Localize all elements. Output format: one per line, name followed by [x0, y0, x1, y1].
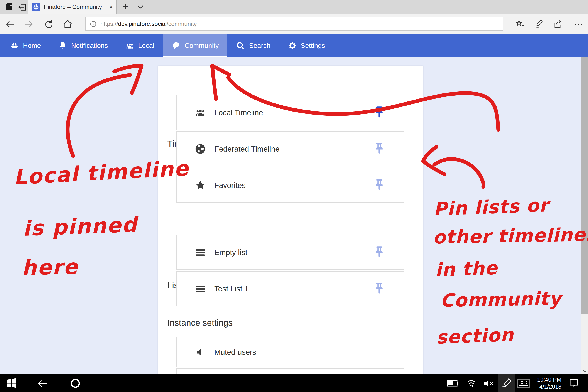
row-federated-timeline[interactable]: Federated Timeline [176, 131, 404, 166]
muted-speaker-icon [195, 346, 206, 358]
url-text: https://dev.pinafore.social/community [100, 21, 197, 28]
cortana-icon[interactable] [69, 377, 82, 390]
home-icon[interactable] [63, 19, 73, 29]
nav-label: Local [138, 42, 154, 50]
nav-item-home[interactable]: Home [1, 34, 50, 58]
row-label: Muted users [214, 348, 256, 356]
row-label: Test List 1 [214, 284, 249, 293]
url-scheme: https:// [100, 21, 118, 27]
pin-icon[interactable] [374, 282, 385, 295]
taskbar-back-icon[interactable] [37, 378, 48, 388]
sailboat-icon [10, 42, 19, 50]
tab-title: Pinafore – Community [44, 4, 102, 10]
nav-item-community[interactable]: Community [163, 34, 228, 58]
browser-tab[interactable]: Pinafore – Community × [28, 0, 116, 14]
star-icon [195, 180, 206, 191]
pin-icon[interactable] [374, 142, 385, 156]
nav-label: Notifications [71, 42, 108, 50]
page-scrollbar[interactable] [582, 58, 588, 374]
pinafore-favicon [32, 3, 40, 11]
row-label: Favorites [214, 181, 246, 190]
nav-label: Community [185, 42, 219, 50]
magnifier-icon [236, 42, 245, 50]
pin-icon[interactable] [374, 106, 385, 119]
url-path: /community [166, 21, 197, 27]
row-label: Federated Timeline [214, 144, 280, 153]
tab-list-chevron-icon[interactable] [135, 2, 146, 12]
forward-icon[interactable] [24, 19, 34, 29]
row-partial[interactable] [176, 368, 404, 374]
ink-pen-icon [501, 378, 512, 389]
scrollbar-thumb[interactable] [582, 58, 588, 314]
web-note-pen-icon[interactable] [534, 19, 544, 29]
tab-close-icon[interactable]: × [109, 4, 113, 10]
people-icon [195, 107, 206, 118]
volume-muted-icon[interactable] [483, 379, 494, 388]
more-options-icon[interactable] [574, 19, 584, 29]
site-info-icon[interactable] [90, 21, 96, 27]
row-muted-users[interactable]: Muted users [176, 337, 404, 368]
browser-tab-bar: Pinafore – Community × + [0, 0, 588, 14]
globe-icon [195, 143, 206, 154]
screen: Pinafore – Community × + https://dev.pin… [0, 0, 588, 392]
nav-item-notifications[interactable]: Notifications [50, 34, 117, 58]
share-icon[interactable] [553, 19, 564, 29]
chat-bubbles-icon [172, 42, 180, 50]
list-icon [195, 283, 206, 294]
address-bar[interactable]: https://dev.pinafore.social/community [85, 17, 503, 31]
people-icon [126, 42, 134, 50]
gear-icon [288, 42, 296, 50]
windows-taskbar: 10:40 PM 4/1/2018 [0, 374, 588, 392]
new-tab-button[interactable]: + [120, 2, 131, 12]
section-heading-instance-settings: Instance settings [167, 318, 232, 328]
start-button-icon[interactable] [6, 378, 18, 389]
row-label: Empty list [214, 248, 248, 257]
community-card: Timelines Local Timeline Federated Timel… [158, 66, 423, 374]
row-label: Local Timeline [214, 108, 263, 117]
browser-toolbar: https://dev.pinafore.social/community [0, 14, 588, 34]
row-test-list-1[interactable]: Test List 1 [176, 271, 404, 306]
tab-preview-icon[interactable] [4, 2, 14, 12]
nav-label: Settings [301, 42, 325, 50]
scrollbar-down-icon[interactable] [582, 368, 588, 374]
nav-label: Home [23, 42, 41, 50]
pinafore-nav: Home Notifications Local Community Searc… [0, 34, 588, 58]
pin-icon[interactable] [374, 179, 385, 192]
nav-label: Search [249, 42, 270, 50]
wifi-icon[interactable] [466, 379, 476, 388]
nav-item-search[interactable]: Search [227, 34, 279, 58]
ink-workspace-tile[interactable] [498, 374, 515, 392]
nav-item-settings[interactable]: Settings [279, 34, 334, 58]
refresh-icon[interactable] [44, 19, 54, 29]
action-center-icon[interactable] [569, 378, 579, 388]
row-empty-list[interactable]: Empty list [176, 235, 404, 270]
list-icon [195, 247, 206, 258]
back-icon[interactable] [5, 19, 15, 29]
set-tabs-aside-icon[interactable] [18, 2, 28, 12]
url-host: dev.pinafore.social [118, 21, 166, 27]
row-favorites[interactable]: Favorites [176, 168, 404, 203]
community-page: Timelines Local Timeline Federated Timel… [0, 58, 588, 374]
taskbar-clock[interactable]: 10:40 PM 4/1/2018 [535, 376, 562, 390]
favorites-hub-icon[interactable] [515, 19, 525, 29]
pin-icon[interactable] [374, 246, 385, 259]
nav-item-local[interactable]: Local [117, 34, 163, 58]
clock-date: 4/1/2018 [535, 383, 562, 390]
row-local-timeline[interactable]: Local Timeline [176, 95, 404, 130]
bell-icon [58, 42, 67, 50]
clock-time: 10:40 PM [535, 376, 562, 383]
touch-keyboard-icon[interactable] [516, 379, 530, 388]
battery-icon[interactable] [447, 380, 459, 387]
